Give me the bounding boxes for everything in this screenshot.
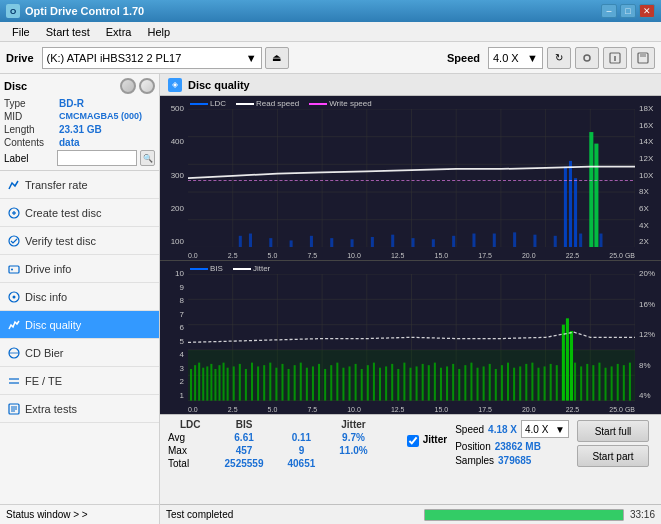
stats-total-row: Total 2525559 40651: [168, 457, 380, 470]
svg-rect-40: [290, 240, 293, 247]
speed-dropdown-stats[interactable]: 4.0 X ▼: [521, 420, 569, 438]
refresh-button[interactable]: ↻: [547, 47, 571, 69]
drive-label: Drive: [6, 52, 34, 64]
y-axis-left-bottom: 10 9 8 7 6 5 4 3 2 1: [160, 269, 186, 400]
position-label: Position: [455, 441, 491, 452]
disc-icon-2[interactable]: [139, 78, 155, 94]
svg-point-8: [9, 236, 19, 246]
svg-rect-125: [458, 369, 460, 401]
svg-rect-129: [483, 367, 485, 401]
svg-rect-56: [574, 178, 577, 247]
close-button[interactable]: ✕: [639, 4, 655, 18]
progress-bar: [424, 509, 624, 521]
sidebar-item-verify-test-disc[interactable]: Verify test disc: [0, 227, 159, 255]
disc-quality-icon: [8, 319, 20, 331]
disc-label-search-button[interactable]: 🔍: [140, 150, 155, 166]
max-bis: 9: [276, 444, 328, 457]
svg-rect-88: [233, 367, 235, 401]
svg-rect-38: [249, 234, 252, 248]
disc-mid-value: CMCMAGBA5 (000): [59, 111, 155, 122]
svg-rect-85: [218, 366, 220, 401]
start-full-button[interactable]: Start full: [577, 420, 649, 442]
menu-start-test[interactable]: Start test: [38, 24, 98, 40]
svg-rect-113: [385, 367, 387, 401]
bottom-status-bar: Test completed 33:16: [160, 504, 661, 524]
disc-icon-1[interactable]: [120, 78, 136, 94]
menu-help[interactable]: Help: [139, 24, 178, 40]
svg-rect-48: [452, 236, 455, 248]
jitter-checkbox[interactable]: [407, 435, 419, 447]
sidebar-item-extra-tests[interactable]: Extra tests: [0, 395, 159, 423]
main-layout: Disc Type BD-R MID CMCMAGBA5 (000) Lengt…: [0, 74, 661, 524]
svg-rect-4: [640, 53, 646, 57]
app-title: Opti Drive Control 1.70: [25, 5, 144, 17]
svg-rect-80: [198, 363, 200, 401]
legend-read-color: [236, 103, 254, 105]
legend-read-speed: Read speed: [236, 99, 299, 108]
total-ldc: 2525559: [213, 457, 276, 470]
svg-rect-81: [202, 368, 204, 401]
settings-button[interactable]: [575, 47, 599, 69]
max-jitter: 11.0%: [327, 444, 379, 457]
disc-contents-label: Contents: [4, 137, 59, 148]
minimize-button[interactable]: –: [601, 4, 617, 18]
eject-button[interactable]: ⏏: [265, 47, 289, 69]
avg-label: Avg: [168, 431, 213, 444]
svg-rect-58: [589, 132, 593, 247]
svg-rect-93: [263, 366, 265, 401]
status-window-button[interactable]: Status window > >: [0, 504, 159, 524]
stats-avg-row: Avg 6.61 0.11 9.7%: [168, 431, 380, 444]
title-bar: O Opti Drive Control 1.70 – □ ✕: [0, 0, 661, 22]
svg-rect-147: [586, 364, 588, 401]
menu-file[interactable]: File: [4, 24, 38, 40]
svg-rect-97: [288, 369, 290, 401]
info-button[interactable]: [603, 47, 627, 69]
status-window-label: Status window > >: [6, 509, 88, 520]
y-axis-right-bottom: 20% 16% 12% 8% 4%: [637, 269, 661, 400]
sidebar-item-disc-quality[interactable]: Disc quality: [0, 311, 159, 339]
sidebar: Disc Type BD-R MID CMCMAGBA5 (000) Lengt…: [0, 74, 160, 524]
drive-info-icon: [8, 263, 20, 275]
svg-rect-96: [281, 364, 283, 401]
bottom-panel: LDC BIS Jitter Avg 6.61 0.11 9.: [160, 414, 661, 504]
svg-rect-89: [239, 364, 241, 401]
status-time: 33:16: [630, 509, 655, 520]
svg-rect-132: [501, 366, 503, 401]
svg-rect-104: [330, 366, 332, 401]
legend-ldc: LDC: [190, 99, 226, 108]
svg-rect-108: [355, 364, 357, 401]
sidebar-item-create-test-disc[interactable]: Create test disc: [0, 199, 159, 227]
start-part-button[interactable]: Start part: [577, 445, 649, 467]
svg-rect-148: [592, 366, 594, 401]
maximize-button[interactable]: □: [620, 4, 636, 18]
disc-quality-header: ◈ Disc quality: [160, 74, 661, 96]
sidebar-item-drive-info[interactable]: Drive info: [0, 255, 159, 283]
speed-dropdown[interactable]: 4.0 X ▼: [488, 47, 543, 69]
disc-label-input[interactable]: [57, 150, 137, 166]
avg-bis: 0.11: [276, 431, 328, 444]
disc-length-value: 23.31 GB: [59, 124, 155, 135]
svg-rect-82: [206, 367, 208, 401]
col-header-jitter: Jitter: [327, 418, 379, 431]
disc-quality-icon-header: ◈: [168, 78, 182, 92]
menu-extra[interactable]: Extra: [98, 24, 140, 40]
svg-rect-138: [537, 368, 539, 401]
drive-dropdown[interactable]: (K:) ATAPI iHBS312 2 PL17 ▼: [42, 47, 262, 69]
svg-rect-51: [513, 232, 516, 247]
save-button[interactable]: [631, 47, 655, 69]
total-label: Total: [168, 457, 213, 470]
svg-rect-118: [416, 367, 418, 401]
sidebar-item-cd-bier[interactable]: CD Bier: [0, 339, 159, 367]
col-header-ldc: LDC: [168, 418, 213, 431]
svg-rect-154: [629, 363, 631, 401]
svg-rect-41: [310, 236, 313, 248]
svg-rect-126: [464, 366, 466, 401]
disc-mid-row: MID CMCMAGBA5 (000): [4, 111, 155, 122]
sidebar-item-fe-te[interactable]: FE / TE: [0, 367, 159, 395]
sidebar-item-disc-info[interactable]: Disc info: [0, 283, 159, 311]
avg-ldc: 6.61: [213, 431, 276, 444]
legend-bottom: BIS Jitter: [190, 264, 270, 273]
svg-rect-92: [257, 367, 259, 401]
sidebar-item-transfer-rate[interactable]: Transfer rate: [0, 171, 159, 199]
jitter-label: Jitter: [423, 434, 447, 445]
